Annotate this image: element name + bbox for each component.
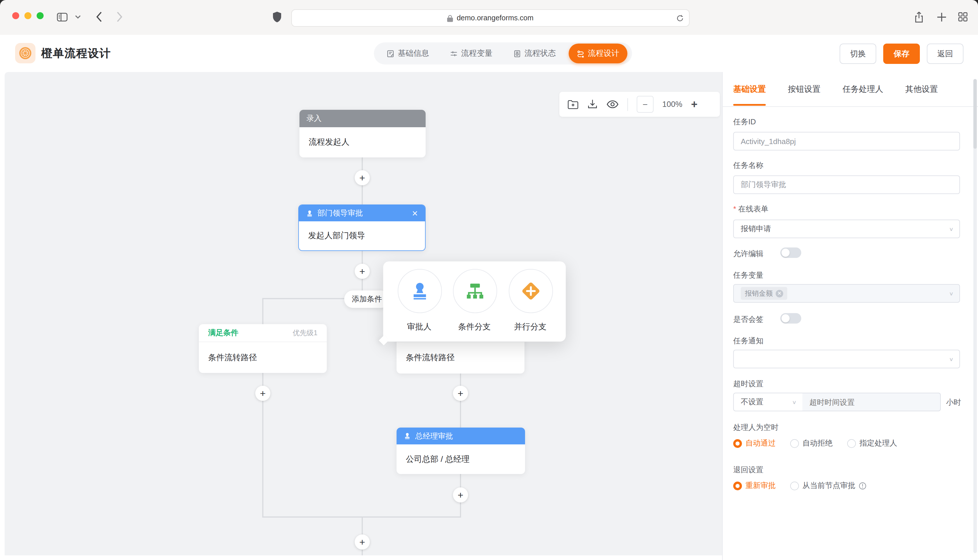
download-icon[interactable] bbox=[587, 99, 598, 109]
back-button[interactable]: 返回 bbox=[927, 43, 963, 64]
zoom-out-button[interactable]: − bbox=[637, 96, 654, 113]
add-node-button[interactable]: + bbox=[453, 487, 468, 502]
dept-approval-node-body: 发起人部门领导 bbox=[299, 221, 425, 250]
fullscreen-window-button[interactable] bbox=[37, 12, 43, 19]
add-node-button[interactable]: + bbox=[355, 170, 370, 185]
forward-icon[interactable] bbox=[112, 9, 127, 24]
settings-panel: 基础设置 按钮设置 任务处理人 其他设置 任务ID 任务名称 * 在线表单 报销… bbox=[722, 72, 978, 560]
online-form-select[interactable]: 报销申请 ∨ bbox=[733, 220, 960, 238]
start-node-body: 流程发起人 bbox=[299, 127, 426, 157]
timeout-unit: 小时 bbox=[946, 397, 961, 408]
task-notify-select[interactable]: ∨ bbox=[733, 350, 960, 368]
address-bar[interactable]: demo.orangeforms.com bbox=[291, 9, 690, 27]
add-node-button[interactable]: + bbox=[355, 264, 370, 279]
radio-reapprove[interactable]: 重新审批 bbox=[733, 480, 776, 491]
task-id-input[interactable] bbox=[733, 132, 960, 150]
condition-node-left[interactable]: 满足条件 优先级1 条件流转路径 bbox=[199, 324, 327, 373]
allow-edit-toggle[interactable] bbox=[780, 247, 801, 258]
task-name-label: 任务名称 bbox=[733, 160, 764, 171]
add-condition-label[interactable]: 添加条件 bbox=[344, 290, 390, 308]
form-icon bbox=[387, 50, 394, 57]
required-asterisk: * bbox=[733, 205, 738, 213]
empty-handler-label: 处理人为空时 bbox=[733, 422, 779, 433]
add-parallel-branch-button[interactable] bbox=[509, 269, 553, 313]
zoom-in-button[interactable]: + bbox=[691, 98, 697, 111]
task-variable-label: 任务变量 bbox=[733, 270, 764, 281]
popup-item-label: 审批人 bbox=[393, 322, 445, 332]
flow-canvas[interactable]: 录入 流程发起人 + 部门领导审批 ✕ 发起人部门领导 + 添加条件 满足条件 bbox=[5, 72, 722, 555]
remove-tag-icon[interactable]: ✕ bbox=[776, 290, 783, 297]
desktop: demo.orangeforms.com bbox=[0, 0, 978, 560]
sidebar-chevron-icon[interactable] bbox=[73, 9, 83, 24]
dept-approval-node[interactable]: 部门领导审批 ✕ 发起人部门领导 bbox=[298, 205, 426, 251]
tab-basic-info[interactable]: 基础信息 bbox=[378, 44, 437, 63]
timeout-label: 超时设置 bbox=[733, 379, 764, 389]
start-node[interactable]: 录入 流程发起人 bbox=[299, 110, 426, 157]
task-id-label: 任务ID bbox=[733, 117, 756, 127]
radio-auto-approve[interactable]: 自动通过 bbox=[733, 438, 776, 448]
tab-task-assignee[interactable]: 任务处理人 bbox=[843, 84, 883, 95]
canvas-toolbar: − 100% + bbox=[559, 92, 720, 117]
timeout-mode-select[interactable]: 不设置 ∨ bbox=[733, 393, 803, 411]
chevron-down-icon: ∨ bbox=[792, 399, 797, 405]
radio-auto-reject[interactable]: 自动拒绝 bbox=[790, 438, 833, 448]
task-name-input[interactable] bbox=[733, 175, 960, 194]
switch-button[interactable]: 切换 bbox=[839, 43, 876, 64]
tab-process-variables[interactable]: 流程变量 bbox=[442, 44, 501, 63]
condition-node-right-body: 条件流转路径 bbox=[396, 342, 525, 373]
add-condition-branch-button[interactable] bbox=[453, 269, 497, 313]
task-variable-select[interactable]: 报销金额 ✕ ∨ bbox=[733, 284, 960, 303]
close-icon[interactable]: ✕ bbox=[412, 209, 418, 218]
gm-approval-node-header: 总经理审批 bbox=[396, 428, 525, 444]
connector bbox=[262, 298, 263, 324]
popup-item-label: 条件分支 bbox=[448, 322, 501, 332]
radio-assign-handler[interactable]: 指定处理人 bbox=[847, 438, 897, 448]
import-folder-icon[interactable] bbox=[567, 99, 578, 109]
browser-window: demo.orangeforms.com bbox=[0, 0, 978, 560]
popup-arrow bbox=[379, 335, 389, 345]
canvas-wrap: 录入 流程发起人 + 部门领导审批 ✕ 发起人部门领导 + 添加条件 满足条件 bbox=[0, 72, 722, 560]
gm-approval-node[interactable]: 总经理审批 公司总部 / 总经理 bbox=[396, 428, 525, 474]
share-icon[interactable] bbox=[911, 9, 926, 24]
chevron-down-icon: ∨ bbox=[949, 290, 954, 297]
save-button[interactable]: 保存 bbox=[883, 43, 920, 64]
close-window-button[interactable] bbox=[12, 12, 19, 19]
tab-process-design[interactable]: 流程设计 bbox=[568, 43, 627, 63]
countersign-label: 是否会签 bbox=[733, 314, 764, 325]
reject-setting-label: 退回设置 bbox=[733, 465, 764, 475]
tab-process-status[interactable]: 流程状态 bbox=[505, 44, 564, 63]
timeout-value-input[interactable] bbox=[802, 393, 941, 411]
minimize-window-button[interactable] bbox=[24, 12, 32, 19]
settings-tabs: 基础设置 按钮设置 任务处理人 其他设置 bbox=[733, 72, 973, 107]
add-approver-button[interactable] bbox=[398, 269, 442, 313]
add-node-button[interactable]: + bbox=[453, 386, 468, 401]
radio-dot bbox=[790, 481, 799, 490]
add-node-button[interactable]: + bbox=[355, 535, 370, 550]
add-node-button[interactable]: + bbox=[255, 386, 270, 401]
browser-toolbar: demo.orangeforms.com bbox=[0, 0, 978, 35]
dept-approval-node-header: 部门领导审批 ✕ bbox=[299, 205, 425, 221]
new-tab-icon[interactable] bbox=[934, 9, 949, 24]
countersign-toggle[interactable] bbox=[780, 313, 801, 323]
lock-icon bbox=[447, 14, 453, 22]
condition-branch-icon bbox=[465, 281, 485, 302]
radio-from-current-node[interactable]: 从当前节点审批 bbox=[790, 480, 866, 491]
allow-edit-label: 允许编辑 bbox=[733, 248, 764, 259]
tab-overview-icon[interactable] bbox=[955, 9, 970, 24]
tab-other-settings[interactable]: 其他设置 bbox=[905, 84, 938, 95]
tab-basic-settings[interactable]: 基础设置 bbox=[733, 84, 766, 95]
popup-item-label: 并行分支 bbox=[504, 322, 557, 332]
node-type-popup: 审批人 条件分支 并行分支 bbox=[383, 262, 566, 342]
radio-dot bbox=[733, 439, 742, 448]
condition-met-label: 满足条件 bbox=[208, 328, 238, 338]
tab-button-settings[interactable]: 按钮设置 bbox=[788, 84, 821, 95]
shield-icon[interactable] bbox=[269, 9, 284, 24]
reload-icon[interactable] bbox=[676, 14, 684, 22]
parallel-branch-icon bbox=[520, 280, 542, 302]
sidebar-toggle-icon[interactable] bbox=[55, 9, 70, 24]
panel-scrollbar[interactable] bbox=[973, 79, 977, 553]
back-icon[interactable] bbox=[91, 9, 106, 24]
page-title: 橙单流程设计 bbox=[41, 46, 111, 61]
priority-label: 优先级1 bbox=[293, 328, 318, 338]
preview-eye-icon[interactable] bbox=[607, 100, 619, 108]
